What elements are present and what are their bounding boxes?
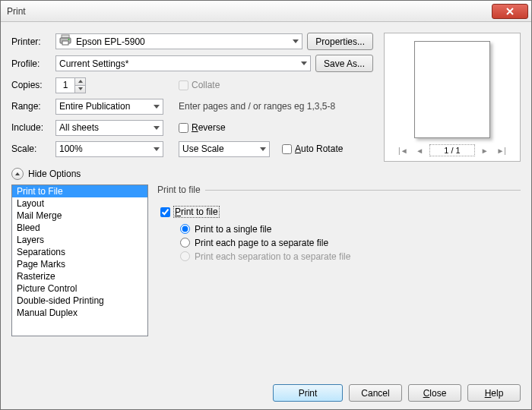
profile-select[interactable]: Current Settings* bbox=[55, 55, 311, 71]
top-area: Printer: Epson EPL-5900 Properties... Pr… bbox=[11, 33, 521, 162]
print-button[interactable]: Print bbox=[273, 384, 343, 402]
range-hint: Enter pages and / or ranges eg 1,3,5-8 bbox=[179, 101, 335, 112]
options-list-item[interactable]: Manual Duplex bbox=[12, 307, 147, 319]
chevron-down-icon bbox=[293, 39, 299, 43]
help-button[interactable]: Help bbox=[467, 384, 521, 402]
ptf-radio-single[interactable]: Print to a single file bbox=[180, 224, 521, 235]
scale-value: 100% bbox=[59, 144, 150, 154]
chevron-down-icon bbox=[260, 147, 266, 151]
print-to-file-group: Print to file Print to file Print to a s… bbox=[157, 184, 521, 265]
preview-panel: |◄ ◄ 1 / 1 ► ►| bbox=[384, 33, 521, 162]
ptf-each-page-label: Print each page to a separate file bbox=[195, 238, 328, 248]
options-listbox[interactable]: Print to FileLayoutMail MergeBleedLayers… bbox=[11, 184, 148, 336]
close-icon bbox=[506, 8, 514, 15]
printer-label: Printer: bbox=[11, 36, 51, 47]
profile-label: Profile: bbox=[11, 58, 51, 69]
preview-first-button[interactable]: |◄ bbox=[396, 144, 410, 156]
copies-step-down[interactable] bbox=[75, 86, 85, 93]
print-to-file-legend: Print to file bbox=[157, 184, 205, 195]
scale-mode-select[interactable]: Use Scale bbox=[179, 141, 270, 157]
print-to-file-checkbox[interactable]: Print to file bbox=[160, 206, 220, 218]
svg-rect-0 bbox=[62, 35, 69, 38]
form-column: Printer: Epson EPL-5900 Properties... Pr… bbox=[11, 33, 373, 162]
ptf-each-sep-label: Print each separation to a separate file bbox=[195, 251, 350, 262]
chevron-down-icon bbox=[154, 147, 160, 151]
chevron-down-icon bbox=[154, 126, 160, 130]
triangle-up-icon bbox=[78, 80, 83, 83]
copies-step-up[interactable] bbox=[75, 78, 85, 86]
copies-input[interactable] bbox=[56, 78, 74, 93]
range-label: Range: bbox=[11, 101, 51, 112]
include-select[interactable]: All sheets bbox=[55, 120, 163, 136]
print-dialog: Print Printer: Epson EPL-5900 Properties… bbox=[0, 0, 532, 410]
options-list-item[interactable]: Picture Control bbox=[12, 282, 147, 295]
svg-rect-2 bbox=[62, 41, 68, 45]
copies-label: Copies: bbox=[11, 80, 51, 90]
range-select[interactable]: Entire Publication bbox=[55, 99, 163, 115]
hide-options-toggle[interactable]: Hide Options bbox=[11, 168, 521, 180]
options-list-item[interactable]: Mail Merge bbox=[12, 210, 147, 222]
printer-icon bbox=[59, 34, 71, 49]
auto-rotate-label: Auto Rotate bbox=[295, 144, 343, 154]
preview-page-indicator: 1 / 1 bbox=[429, 144, 474, 156]
ptf-radio-each-page[interactable]: Print each page to a separate file bbox=[180, 238, 521, 248]
save-as-button[interactable]: Save As... bbox=[315, 55, 373, 72]
preview-column: |◄ ◄ 1 / 1 ► ►| bbox=[384, 33, 521, 162]
options-list-item[interactable]: Layers bbox=[12, 234, 147, 246]
reverse-label: Reverse bbox=[192, 122, 226, 133]
lower-panel: Print to FileLayoutMail MergeBleedLayers… bbox=[11, 184, 521, 378]
preview-nav: |◄ ◄ 1 / 1 ► ►| bbox=[396, 144, 508, 156]
copies-stepper[interactable] bbox=[55, 77, 86, 93]
close-button[interactable]: Close bbox=[408, 384, 461, 402]
window-title: Print bbox=[7, 6, 26, 17]
preview-prev-button[interactable]: ◄ bbox=[413, 144, 426, 156]
svg-point-3 bbox=[68, 39, 70, 40]
collate-checkbox[interactable]: Collate bbox=[179, 80, 220, 90]
hide-options-label: Hide Options bbox=[28, 169, 81, 179]
scale-label: Scale: bbox=[11, 144, 51, 154]
scale-mode-value: Use Scale bbox=[182, 144, 257, 154]
preview-last-button[interactable]: ►| bbox=[495, 144, 508, 156]
properties-button[interactable]: Properties... bbox=[307, 33, 373, 50]
ptf-single-label: Print to a single file bbox=[195, 224, 271, 235]
include-label: Include: bbox=[11, 122, 51, 133]
options-list-item[interactable]: Page Marks bbox=[12, 258, 147, 270]
ptf-radio-each-sep: Print each separation to a separate file bbox=[180, 251, 521, 262]
collate-label: Collate bbox=[192, 80, 220, 90]
print-to-file-label: Print to file bbox=[173, 206, 220, 218]
titlebar: Print bbox=[1, 1, 531, 22]
options-list-item[interactable]: Print to File bbox=[12, 185, 147, 197]
chevron-up-icon bbox=[11, 168, 24, 180]
dialog-buttons: Print Cancel Close Help bbox=[11, 378, 521, 402]
scale-select[interactable]: 100% bbox=[55, 141, 163, 157]
chevron-down-icon bbox=[301, 62, 307, 65]
options-list-item[interactable]: Bleed bbox=[12, 222, 147, 234]
options-list-item[interactable]: Separations bbox=[12, 246, 147, 258]
chevron-down-icon bbox=[154, 105, 160, 109]
auto-rotate-checkbox[interactable]: Auto Rotate bbox=[282, 144, 343, 154]
dialog-content: Printer: Epson EPL-5900 Properties... Pr… bbox=[1, 22, 531, 409]
printer-select[interactable]: Epson EPL-5900 bbox=[55, 33, 302, 49]
preview-page bbox=[414, 41, 490, 138]
cancel-button[interactable]: Cancel bbox=[349, 384, 402, 402]
profile-value: Current Settings* bbox=[59, 58, 298, 69]
options-list-item[interactable]: Double-sided Printing bbox=[12, 295, 147, 307]
reverse-checkbox[interactable]: Reverse bbox=[179, 122, 226, 133]
options-list-item[interactable]: Rasterize bbox=[12, 270, 147, 282]
triangle-down-icon bbox=[78, 87, 83, 90]
printer-value: Epson EPL-5900 bbox=[76, 36, 285, 47]
preview-next-button[interactable]: ► bbox=[478, 144, 492, 156]
range-value: Entire Publication bbox=[59, 101, 150, 112]
options-detail-pane: Print to file Print to file Print to a s… bbox=[157, 184, 521, 378]
window-close-button[interactable] bbox=[492, 4, 528, 19]
include-value: All sheets bbox=[59, 122, 150, 133]
options-list-item[interactable]: Layout bbox=[12, 197, 147, 210]
